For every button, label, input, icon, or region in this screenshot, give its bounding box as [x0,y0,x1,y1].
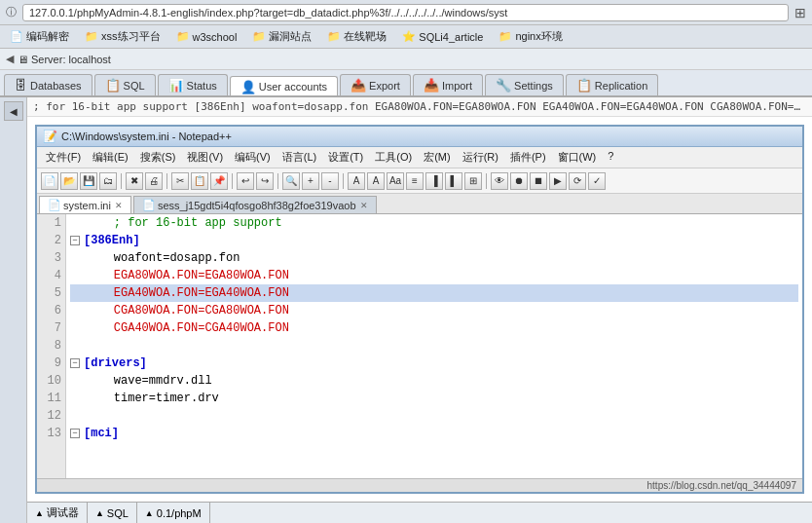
np-tool-record[interactable]: ⏺ [510,172,528,190]
nav-back-arrow[interactable]: ◀ [6,53,14,65]
pma-outer: ◀ 🖥 Server: localhost 🗄 Databases 📋 SQL … [0,49,812,523]
np-menu-settings[interactable]: 设置(T) [323,149,368,166]
np-tab-sess[interactable]: 📄 sess_j15gdt5i4qfosgo8hf38g2foe319vaob … [133,196,377,213]
np-tool-c2[interactable]: ✓ [588,172,606,190]
np-menu-edit[interactable]: 编辑(E) [88,149,133,166]
bookmark-nginx[interactable]: 📁 nginx环境 [495,28,566,45]
bookmark-sqli[interactable]: ⭐ SQLi4_article [398,29,487,44]
np-tool-close[interactable]: ✖ [126,172,143,190]
bottom-panel-debugger[interactable]: ▲ 调试器 [27,503,88,523]
np-tool-copy[interactable]: 📋 [191,172,208,190]
panel-arrow-2: ▲ [145,508,154,518]
np-tool-save-all[interactable]: 🗂 [99,172,117,190]
np-menu-help[interactable]: ? [603,149,618,166]
fold-icon-9[interactable]: − [70,358,80,368]
line-num-5: 5 [37,284,65,302]
np-menu-view[interactable]: 视图(V) [182,149,228,166]
fold-icon-2[interactable]: − [70,236,80,245]
np-tool-cut[interactable]: ✂ [171,172,189,190]
np-menu-encoding[interactable]: 编码(V) [230,149,276,166]
np-tool-paste[interactable]: 📌 [210,172,228,190]
np-toolbar-sep5 [343,173,344,189]
bookmark-vuln[interactable]: 📁 漏洞站点 [248,28,315,45]
np-tool-undo[interactable]: ↩ [237,172,254,190]
tab-user-accounts[interactable]: 👤 User accounts [230,76,338,97]
bookmark-decode[interactable]: 📄 编码解密 [6,28,73,45]
bookmark-w3school[interactable]: 📁 w3school [172,29,241,44]
np-tool-zoom-out[interactable]: - [321,172,339,190]
fold-icon-13[interactable]: − [70,429,80,438]
bookmark-label-4: 在线靶场 [344,29,387,44]
np-tool-stop[interactable]: ⏹ [530,172,547,190]
import-icon: 📥 [424,78,439,93]
tab-settings[interactable]: 🔧 Settings [485,74,564,95]
np-toolbar-sep1 [121,173,122,189]
np-tool-save[interactable]: 💾 [80,172,97,190]
np-tool-find[interactable]: 🔍 [282,172,300,190]
tab-user-accounts-label: User accounts [259,81,327,93]
panel-arrow-1: ▲ [95,508,104,518]
np-tool-a2[interactable]: A [367,172,385,190]
bookmark-icon-0: 📄 [10,30,23,43]
tab-replication[interactable]: 📋 Replication [566,74,658,95]
np-tool-play[interactable]: ▶ [549,172,567,190]
browser-grid-icon: ⊞ [794,5,806,20]
tab-export[interactable]: 📤 Export [340,74,411,95]
code-content[interactable]: ; for 16-bit app support−[386Enh] woafon… [66,214,802,478]
np-toolbar-sep4 [277,173,278,189]
np-tool-a1[interactable]: A [348,172,365,190]
np-tab-close-0[interactable]: ✕ [115,201,123,210]
browser-info-icon: ⓘ [6,5,17,19]
np-tool-b2[interactable]: ▌ [445,172,462,190]
bookmark-xss[interactable]: 📁 xss练习平台 [81,28,165,45]
np-tool-open[interactable]: 📂 [60,172,78,190]
line-num-10: 10 [37,372,65,390]
code-text-11: timer=timer.drv [86,390,219,407]
np-tab-system-ini[interactable]: 📄 system.ini ✕ [39,196,131,213]
tab-status[interactable]: 📊 Status [158,74,228,95]
np-tool-new[interactable]: 📄 [41,172,58,190]
np-menu-macro[interactable]: 宏(M) [419,149,456,166]
np-tool-a3[interactable]: Aa [387,172,404,190]
np-toolbar: 📄 📂 💾 🗂 ✖ 🖨 ✂ 📋 📌 ↩ ↪ 🔍 + [37,168,802,194]
np-menu-language[interactable]: 语言(L) [277,149,321,166]
np-toolbar-sep6 [486,173,487,189]
tab-import[interactable]: 📥 Import [413,74,483,95]
np-tool-print[interactable]: 🖨 [145,172,163,190]
code-line-10: wave=mmdrv.dll [70,372,798,390]
bottom-panel-phpm[interactable]: ▲ 0.1/phpM [137,503,210,523]
np-tool-b3[interactable]: ⊞ [464,172,482,190]
np-tab-close-1[interactable]: ✕ [360,201,368,210]
bookmark-icon-2: 📁 [176,30,190,43]
address-bar[interactable]: 127.0.0.1/phpMyAdmin-4.8.1-english/index… [22,4,789,21]
panel-label-1: SQL [107,507,129,519]
tab-sql[interactable]: 📋 SQL [94,74,156,95]
np-tool-indent[interactable]: ≡ [406,172,424,190]
np-tool-zoom-in[interactable]: + [302,172,319,190]
np-menu-plugins[interactable]: 插件(P) [505,149,551,166]
line-num-13: 13 [37,425,65,442]
code-text-9: [drivers] [84,355,147,372]
replication-icon: 📋 [576,78,592,93]
code-text-5: EGA40WOA.FON=EGA40WOA.FON [86,284,289,302]
server-icon: 🖥 [18,54,28,65]
np-tool-redo[interactable]: ↪ [256,172,274,190]
np-tool-eye[interactable]: 👁 [491,172,508,190]
np-tool-b1[interactable]: ▐ [425,172,443,190]
np-menu-search[interactable]: 搜索(S) [135,149,181,166]
np-menu-file[interactable]: 文件(F) [41,149,86,166]
np-tab-label-1: sess_j15gdt5i4qfosgo8hf38g2foe319vaob [158,200,356,211]
sidebar-toggle-btn[interactable]: ◀ [4,101,23,121]
np-menu-tools[interactable]: 工具(O) [370,149,417,166]
tab-databases[interactable]: 🗄 Databases [4,74,92,95]
np-menu-window[interactable]: 窗口(W) [553,149,602,166]
bookmark-icon-5: ⭐ [402,30,416,43]
tab-status-label: Status [187,80,217,92]
code-line-11: timer=timer.drv [70,390,798,407]
bookmark-icon-6: 📁 [498,30,512,43]
bookmark-target[interactable]: 📁 在线靶场 [323,28,390,45]
np-tool-c1[interactable]: ⟳ [569,172,586,190]
bottom-panel-sql[interactable]: ▲ SQL [88,503,137,523]
np-menu-run[interactable]: 运行(R) [458,149,503,166]
bookmark-icon-3: 📁 [252,30,266,43]
